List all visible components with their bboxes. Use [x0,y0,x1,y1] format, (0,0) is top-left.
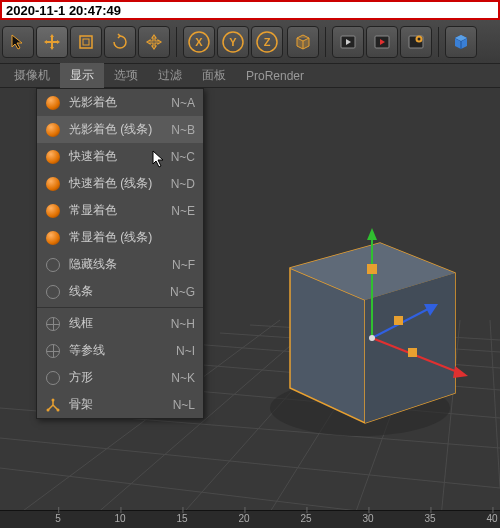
menu-camera[interactable]: 摄像机 [4,63,60,88]
outline-sphere-icon [46,258,60,272]
move-tool-button[interactable] [36,26,68,58]
ruler-tick: 20 [238,513,249,524]
dropdown-item-label: 等参线 [69,342,105,359]
dropdown-item-label: 骨架 [69,396,93,413]
dropdown-item[interactable]: 等参线N~I [37,337,203,364]
dropdown-item[interactable]: 光影着色N~A [37,89,203,116]
dropdown-item[interactable]: 线框N~H [37,310,203,337]
dropdown-shortcut: N~E [171,204,195,218]
dropdown-item-label: 常显着色 (线条) [69,229,152,246]
axis-x-button[interactable]: X [183,26,215,58]
outline-sphere-icon [46,371,60,385]
dropdown-item[interactable]: 方形N~K [37,364,203,391]
svg-rect-0 [80,36,92,48]
dropdown-item-label: 光影着色 (线条) [69,121,152,138]
shaded-sphere-icon [46,204,60,218]
dropdown-shortcut: N~B [171,123,195,137]
menu-prorender[interactable]: ProRender [236,65,314,87]
dropdown-item[interactable]: 常显着色N~E [37,197,203,224]
ruler-tick: 15 [176,513,187,524]
timeline-ruler[interactable]: 510152025303540 [0,510,500,528]
svg-text:X: X [195,36,203,48]
shaded-sphere-icon [46,150,60,164]
render-region-button[interactable] [366,26,398,58]
svg-rect-35 [367,264,377,274]
dropdown-item[interactable]: 常显着色 (线条) [37,224,203,251]
dropdown-separator [37,307,203,308]
wire-sphere-icon [46,344,60,358]
dropdown-shortcut: N~G [170,285,195,299]
svg-point-38 [369,335,375,341]
ruler-tick: 40 [486,513,497,524]
svg-marker-32 [453,366,468,378]
dropdown-item-label: 线条 [69,283,93,300]
svg-text:Y: Y [229,36,237,48]
cube-object[interactable] [260,208,480,468]
ruler-tick: 10 [114,513,125,524]
dropdown-item-label: 线框 [69,315,93,332]
shaded-sphere-icon [46,177,60,191]
dropdown-shortcut: N~H [171,317,195,331]
dropdown-item[interactable]: 线条N~G [37,278,203,305]
svg-point-41 [57,408,60,411]
ruler-tick: 30 [362,513,373,524]
render-button[interactable] [332,26,364,58]
axis-z-button[interactable]: Z [251,26,283,58]
menu-panel[interactable]: 面板 [192,63,236,88]
cursor-tool-button[interactable] [2,26,34,58]
dropdown-shortcut: N~L [173,398,195,412]
dropdown-item-label: 快速着色 (线条) [69,175,152,192]
scale-tool-button[interactable] [70,26,102,58]
outline-sphere-icon [46,285,60,299]
rotate-tool-button[interactable] [104,26,136,58]
dropdown-item[interactable]: 快速着色N~C [37,143,203,170]
viewport-3d[interactable]: 光影着色N~A光影着色 (线条)N~B快速着色N~C快速着色 (线条)N~D常显… [0,88,500,528]
shaded-sphere-icon [46,96,60,110]
svg-point-39 [52,398,55,401]
display-dropdown: 光影着色N~A光影着色 (线条)N~B快速着色N~C快速着色 (线条)N~D常显… [36,88,204,419]
ruler-tick: 5 [55,513,61,524]
dropdown-shortcut: N~D [171,177,195,191]
dropdown-item-label: 快速着色 [69,148,117,165]
timestamp-text: 2020-11-1 20:47:49 [6,3,121,18]
svg-rect-36 [408,348,417,357]
svg-rect-37 [394,316,403,325]
wire-sphere-icon [46,317,60,331]
dropdown-item[interactable]: 光影着色 (线条)N~B [37,116,203,143]
menu-options[interactable]: 选项 [104,63,148,88]
svg-marker-30 [367,228,377,240]
coord-system-button[interactable] [287,26,319,58]
lock-tool-button[interactable] [138,26,170,58]
skeleton-icon [46,398,60,412]
dropdown-item[interactable]: 隐藏线条N~F [37,251,203,278]
viewport-menu-bar: 摄像机 显示 选项 过滤 面板 ProRender [0,64,500,88]
render-settings-button[interactable] [400,26,432,58]
cube-primitive-button[interactable] [445,26,477,58]
svg-point-40 [47,408,50,411]
shaded-sphere-icon [46,123,60,137]
dropdown-item[interactable]: 骨架N~L [37,391,203,418]
axis-y-button[interactable]: Y [217,26,249,58]
menu-filter[interactable]: 过滤 [148,63,192,88]
svg-point-12 [418,37,421,40]
svg-text:Z: Z [264,36,271,48]
dropdown-item[interactable]: 快速着色 (线条)N~D [37,170,203,197]
svg-rect-1 [83,39,89,45]
dropdown-shortcut: N~K [171,371,195,385]
dropdown-item-label: 隐藏线条 [69,256,117,273]
dropdown-shortcut: N~C [171,150,195,164]
dropdown-shortcut: N~F [172,258,195,272]
dropdown-shortcut: N~A [171,96,195,110]
menu-display[interactable]: 显示 [60,63,104,88]
timestamp-bar: 2020-11-1 20:47:49 [0,0,500,20]
shaded-sphere-icon [46,231,60,245]
dropdown-item-label: 方形 [69,369,93,386]
dropdown-item-label: 常显着色 [69,202,117,219]
main-toolbar: X Y Z [0,20,500,64]
svg-line-27 [490,320,500,488]
dropdown-shortcut: N~I [176,344,195,358]
ruler-tick: 25 [300,513,311,524]
dropdown-item-label: 光影着色 [69,94,117,111]
ruler-tick: 35 [424,513,435,524]
